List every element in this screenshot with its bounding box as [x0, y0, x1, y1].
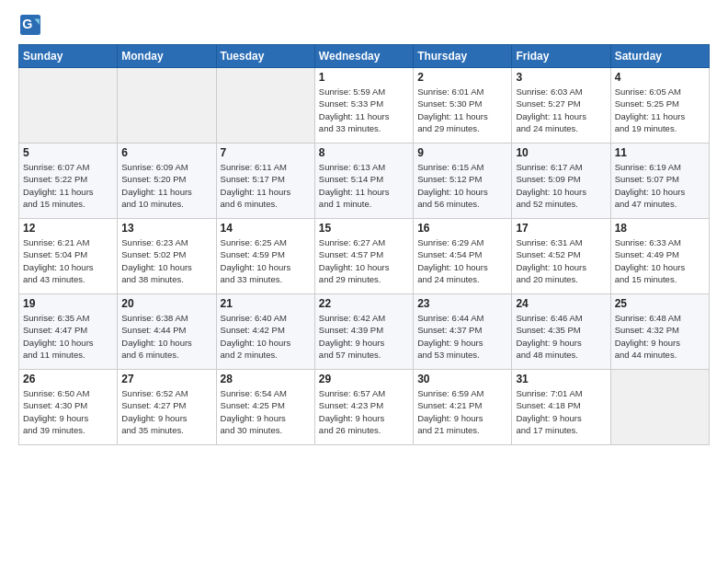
day-number: 21	[221, 297, 311, 310]
day-info: Sunrise: 6:19 AM Sunset: 5:07 PM Dayligh…	[615, 161, 705, 210]
day-number: 16	[417, 222, 507, 235]
calendar-cell: 29Sunrise: 6:57 AM Sunset: 4:23 PM Dayli…	[314, 370, 413, 445]
day-info: Sunrise: 6:38 AM Sunset: 4:44 PM Dayligh…	[121, 312, 211, 361]
calendar-cell: 18Sunrise: 6:33 AM Sunset: 4:49 PM Dayli…	[610, 219, 709, 294]
calendar-cell	[216, 68, 314, 144]
day-number: 17	[516, 222, 606, 235]
day-info: Sunrise: 6:40 AM Sunset: 4:42 PM Dayligh…	[221, 312, 311, 361]
calendar-cell: 13Sunrise: 6:23 AM Sunset: 5:02 PM Dayli…	[118, 219, 216, 294]
weekday-header: Monday	[118, 45, 216, 68]
calendar-cell	[118, 68, 216, 144]
day-info: Sunrise: 6:46 AM Sunset: 4:35 PM Dayligh…	[516, 312, 606, 361]
calendar-cell: 28Sunrise: 6:54 AM Sunset: 4:25 PM Dayli…	[216, 370, 314, 445]
day-info: Sunrise: 6:15 AM Sunset: 5:12 PM Dayligh…	[417, 161, 507, 210]
day-number: 9	[417, 146, 507, 159]
day-info: Sunrise: 6:09 AM Sunset: 5:20 PM Dayligh…	[121, 161, 211, 210]
svg-text:G: G	[22, 17, 32, 31]
calendar-cell: 23Sunrise: 6:44 AM Sunset: 4:37 PM Dayli…	[414, 294, 512, 370]
calendar-cell: 19Sunrise: 6:35 AM Sunset: 4:47 PM Dayli…	[19, 294, 118, 370]
day-number: 10	[516, 146, 606, 159]
calendar-week-row: 1Sunrise: 5:59 AM Sunset: 5:33 PM Daylig…	[19, 68, 710, 144]
day-info: Sunrise: 7:01 AM Sunset: 4:18 PM Dayligh…	[516, 387, 606, 436]
day-info: Sunrise: 5:59 AM Sunset: 5:33 PM Dayligh…	[319, 86, 409, 134]
calendar-cell: 10Sunrise: 6:17 AM Sunset: 5:09 PM Dayli…	[512, 144, 610, 219]
day-number: 5	[23, 146, 113, 159]
day-info: Sunrise: 6:21 AM Sunset: 5:04 PM Dayligh…	[23, 236, 113, 285]
day-number: 29	[319, 373, 409, 385]
day-number: 23	[417, 297, 507, 310]
calendar-cell: 2Sunrise: 6:01 AM Sunset: 5:30 PM Daylig…	[414, 68, 512, 144]
day-number: 8	[319, 146, 409, 159]
day-number: 4	[615, 71, 705, 84]
day-info: Sunrise: 6:59 AM Sunset: 4:21 PM Dayligh…	[417, 387, 507, 436]
day-number: 28	[221, 373, 311, 385]
day-info: Sunrise: 6:48 AM Sunset: 4:32 PM Dayligh…	[615, 312, 705, 361]
day-number: 15	[319, 222, 409, 235]
day-number: 3	[516, 71, 606, 84]
day-info: Sunrise: 6:54 AM Sunset: 4:25 PM Dayligh…	[221, 387, 311, 436]
day-number: 6	[121, 146, 211, 159]
day-info: Sunrise: 6:05 AM Sunset: 5:25 PM Dayligh…	[615, 86, 705, 134]
day-info: Sunrise: 6:25 AM Sunset: 4:59 PM Dayligh…	[221, 236, 311, 285]
day-number: 27	[121, 373, 211, 385]
day-info: Sunrise: 6:33 AM Sunset: 4:49 PM Dayligh…	[615, 236, 705, 285]
day-info: Sunrise: 6:29 AM Sunset: 4:54 PM Dayligh…	[417, 236, 507, 285]
calendar-cell: 6Sunrise: 6:09 AM Sunset: 5:20 PM Daylig…	[118, 144, 216, 219]
calendar-cell: 14Sunrise: 6:25 AM Sunset: 4:59 PM Dayli…	[216, 219, 314, 294]
calendar-cell: 4Sunrise: 6:05 AM Sunset: 5:25 PM Daylig…	[610, 68, 709, 144]
day-number: 18	[615, 222, 705, 235]
day-number: 12	[23, 222, 113, 235]
calendar-cell: 27Sunrise: 6:52 AM Sunset: 4:27 PM Dayli…	[118, 370, 216, 445]
calendar-cell: 22Sunrise: 6:42 AM Sunset: 4:39 PM Dayli…	[314, 294, 413, 370]
calendar-cell	[610, 370, 709, 445]
calendar-week-row: 26Sunrise: 6:50 AM Sunset: 4:30 PM Dayli…	[19, 370, 710, 445]
day-number: 25	[615, 297, 705, 310]
calendar-week-row: 19Sunrise: 6:35 AM Sunset: 4:47 PM Dayli…	[19, 294, 710, 370]
day-info: Sunrise: 6:01 AM Sunset: 5:30 PM Dayligh…	[417, 86, 507, 134]
weekday-header: Wednesday	[314, 45, 413, 68]
day-number: 20	[121, 297, 211, 310]
day-info: Sunrise: 6:11 AM Sunset: 5:17 PM Dayligh…	[221, 161, 311, 210]
weekday-header: Saturday	[610, 45, 709, 68]
header: G	[18, 15, 710, 35]
day-info: Sunrise: 6:27 AM Sunset: 4:57 PM Dayligh…	[319, 236, 409, 285]
calendar-cell: 24Sunrise: 6:46 AM Sunset: 4:35 PM Dayli…	[512, 294, 610, 370]
logo-icon: G	[20, 15, 40, 35]
calendar-cell: 15Sunrise: 6:27 AM Sunset: 4:57 PM Dayli…	[314, 219, 413, 294]
day-info: Sunrise: 6:50 AM Sunset: 4:30 PM Dayligh…	[23, 387, 113, 436]
weekday-header: Thursday	[414, 45, 512, 68]
day-info: Sunrise: 6:31 AM Sunset: 4:52 PM Dayligh…	[516, 236, 606, 285]
day-info: Sunrise: 6:57 AM Sunset: 4:23 PM Dayligh…	[319, 387, 409, 436]
day-number: 19	[23, 297, 113, 310]
calendar-week-row: 5Sunrise: 6:07 AM Sunset: 5:22 PM Daylig…	[19, 144, 710, 219]
day-info: Sunrise: 6:17 AM Sunset: 5:09 PM Dayligh…	[516, 161, 606, 210]
calendar-cell: 8Sunrise: 6:13 AM Sunset: 5:14 PM Daylig…	[314, 144, 413, 219]
day-number: 1	[319, 71, 409, 84]
calendar-cell: 1Sunrise: 5:59 AM Sunset: 5:33 PM Daylig…	[314, 68, 413, 144]
calendar-cell: 11Sunrise: 6:19 AM Sunset: 5:07 PM Dayli…	[610, 144, 709, 219]
day-info: Sunrise: 6:35 AM Sunset: 4:47 PM Dayligh…	[23, 312, 113, 361]
day-number: 14	[221, 222, 311, 235]
calendar-cell: 20Sunrise: 6:38 AM Sunset: 4:44 PM Dayli…	[118, 294, 216, 370]
calendar-cell: 9Sunrise: 6:15 AM Sunset: 5:12 PM Daylig…	[414, 144, 512, 219]
calendar-cell	[19, 68, 118, 144]
calendar-cell: 26Sunrise: 6:50 AM Sunset: 4:30 PM Dayli…	[19, 370, 118, 445]
day-number: 31	[516, 373, 606, 385]
weekday-header: Tuesday	[216, 45, 314, 68]
day-number: 26	[23, 373, 113, 385]
calendar-page: G SundayMondayTuesdayWednesdayThursdayFr…	[0, 0, 728, 563]
calendar-cell: 30Sunrise: 6:59 AM Sunset: 4:21 PM Dayli…	[414, 370, 512, 445]
weekday-header-row: SundayMondayTuesdayWednesdayThursdayFrid…	[19, 45, 710, 68]
logo: G	[18, 15, 40, 35]
calendar-cell: 21Sunrise: 6:40 AM Sunset: 4:42 PM Dayli…	[216, 294, 314, 370]
calendar-cell: 31Sunrise: 7:01 AM Sunset: 4:18 PM Dayli…	[512, 370, 610, 445]
day-number: 22	[319, 297, 409, 310]
calendar-cell: 16Sunrise: 6:29 AM Sunset: 4:54 PM Dayli…	[414, 219, 512, 294]
day-number: 2	[417, 71, 507, 84]
calendar-cell: 3Sunrise: 6:03 AM Sunset: 5:27 PM Daylig…	[512, 68, 610, 144]
day-info: Sunrise: 6:07 AM Sunset: 5:22 PM Dayligh…	[23, 161, 113, 210]
weekday-header: Sunday	[19, 45, 118, 68]
day-number: 11	[615, 146, 705, 159]
day-info: Sunrise: 6:44 AM Sunset: 4:37 PM Dayligh…	[417, 312, 507, 361]
calendar-cell: 7Sunrise: 6:11 AM Sunset: 5:17 PM Daylig…	[216, 144, 314, 219]
